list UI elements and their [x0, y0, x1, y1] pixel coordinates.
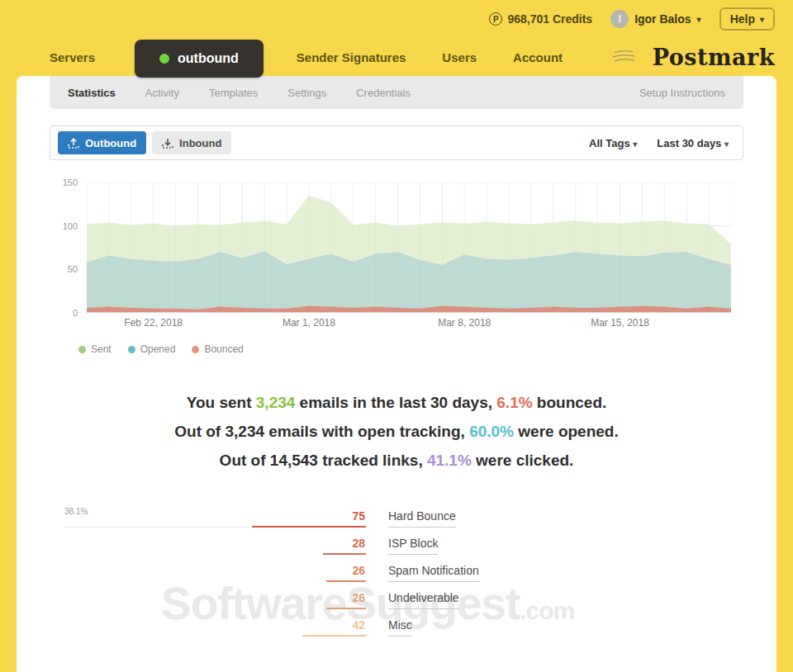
subnav-item-setup-instructions[interactable]: Setup Instructions: [639, 87, 725, 99]
outbound-icon: [68, 138, 79, 149]
x-axis-tick: Mar 1, 2018: [268, 317, 350, 329]
bounce-type-link-hard-bounce[interactable]: Hard Bounce: [388, 509, 456, 528]
outbound-toggle-label: Outbound: [85, 137, 136, 149]
subnav-item-statistics[interactable]: Statistics: [68, 87, 116, 99]
stats-summary: You sent 3,234 emails in the last 30 day…: [50, 388, 743, 475]
statistics-content: Outbound Inbound All Tags ▾ Last 30 days: [17, 109, 776, 637]
legend-label: Opened: [140, 343, 176, 355]
chart-toolbar: Outbound Inbound All Tags ▾ Last 30 days: [50, 125, 743, 160]
subnav-item-templates[interactable]: Templates: [209, 87, 258, 99]
bounce-row: 28ISP Block: [50, 533, 743, 555]
summary-text: were opened.: [514, 423, 619, 440]
nav-item-account[interactable]: Account: [513, 50, 563, 64]
bounce-count: 75: [352, 509, 365, 523]
credits-indicator[interactable]: P 968,701 Credits: [489, 12, 592, 26]
bounce-label-column: Hard Bounce: [388, 509, 456, 528]
summary-highlight: 6.1%: [496, 394, 532, 411]
date-range-dropdown[interactable]: Last 30 days ▾: [657, 137, 729, 149]
nav-item-servers[interactable]: Servers: [50, 50, 95, 64]
bounce-row: 26Spam Notification: [50, 561, 743, 582]
summary-line: Out of 3,234 emails with open tracking, …: [50, 417, 743, 446]
help-label: Help: [730, 12, 755, 26]
summary-line: Out of 14,543 tracked links, 41.1% were …: [50, 446, 743, 475]
date-range-value: Last 30 days: [657, 137, 721, 149]
legend-dot-icon: [192, 346, 199, 353]
bounce-bar: [326, 608, 366, 609]
x-axis-tick: Feb 22, 2018: [112, 317, 195, 329]
bounce-row: 26Undeliverable: [50, 588, 743, 609]
y-axis-tick: 150: [50, 177, 78, 187]
y-axis-tick: 0: [50, 308, 78, 318]
outbound-toggle-button[interactable]: Outbound: [58, 131, 146, 154]
bounce-count: 28: [352, 537, 365, 550]
bounce-track-line: [64, 527, 249, 528]
subnav-item-settings[interactable]: Settings: [287, 87, 326, 99]
bounce-label-column: Undeliverable: [388, 590, 459, 609]
credits-label: 968,701 Credits: [507, 12, 592, 26]
chevron-down-icon: ▾: [724, 140, 729, 149]
chevron-down-icon: ▾: [633, 140, 637, 149]
avatar: I: [610, 10, 629, 28]
x-axis-labels: Feb 22, 2018Mar 1, 2018Mar 8, 2018Mar 15…: [87, 317, 743, 332]
summary-text: were clicked.: [472, 452, 574, 469]
bounce-type-link-spam-notification[interactable]: Spam Notification: [388, 564, 479, 582]
tags-filter-dropdown[interactable]: All Tags ▾: [589, 137, 637, 149]
legend-dot-icon: [128, 346, 135, 353]
bounce-bar: [323, 553, 366, 555]
inbound-icon: [162, 138, 173, 149]
bounce-bar-area: 42: [50, 615, 366, 637]
summary-text: Out of 3,234 emails with open tracking,: [174, 423, 469, 440]
help-button[interactable]: Help ▾: [719, 7, 775, 31]
bounce-type-link-misc[interactable]: Misc: [388, 618, 412, 637]
y-axis-tick: 50: [50, 264, 78, 274]
bounce-count: 26: [352, 564, 365, 577]
main-nav: Servers outbound Sender Signatures Users…: [0, 38, 793, 76]
summary-line: You sent 3,234 emails in the last 30 day…: [50, 388, 743, 417]
user-name: Igor Balos: [634, 12, 691, 26]
x-axis-tick: Mar 8, 2018: [423, 317, 506, 329]
chart-legend: SentOpenedBounced: [78, 343, 743, 355]
bounce-label-column: ISP Block: [388, 536, 438, 555]
chevron-down-icon: ▾: [697, 15, 701, 24]
legend-item-sent: Sent: [78, 343, 112, 355]
bounce-bar-area: 26: [50, 588, 366, 609]
bounce-breakdown-chart: SoftwareSuggest.com 38.1%75Hard Bounce28…: [50, 506, 743, 637]
y-axis-tick: 100: [50, 221, 78, 231]
email-volume-chart: Feb 22, 2018Mar 1, 2018Mar 8, 2018Mar 15…: [50, 182, 743, 332]
summary-text: bounced.: [533, 394, 607, 411]
bounce-count: 26: [352, 591, 365, 604]
summary-highlight: 3,234: [256, 394, 296, 411]
x-axis-tick: Mar 15, 2018: [579, 317, 662, 329]
bounce-count: 42: [352, 618, 365, 632]
subnav-item-credentials[interactable]: Credentials: [356, 87, 411, 99]
bounce-bar: [302, 635, 366, 637]
legend-label: Sent: [91, 343, 112, 355]
legend-item-bounced: Bounced: [192, 343, 243, 355]
bounce-percent-label: 38.1%: [64, 507, 88, 516]
bounce-bar: [326, 580, 366, 582]
bounce-type-link-undeliverable[interactable]: Undeliverable: [388, 591, 459, 609]
postmark-logo[interactable]: Postmark: [611, 45, 775, 70]
summary-text: emails in the last 30 days,: [295, 394, 496, 411]
user-menu[interactable]: I Igor Balos ▾: [610, 10, 701, 28]
nav-item-users[interactable]: Users: [442, 50, 477, 64]
legend-dot-icon: [78, 346, 86, 353]
inbound-toggle-label: Inbound: [179, 137, 221, 149]
account-topbar: P 968,701 Credits I Igor Balos ▾ Help ▾: [0, 0, 793, 38]
nav-item-sender-signatures[interactable]: Sender Signatures: [297, 50, 406, 64]
server-name: outbound: [178, 51, 239, 66]
legend-item-opened: Opened: [128, 343, 176, 355]
legend-label: Bounced: [204, 343, 243, 355]
bounce-bar-area: 28: [50, 533, 366, 555]
bounce-type-link-isp-block[interactable]: ISP Block: [388, 537, 438, 555]
tags-filter-value: All Tags: [589, 137, 630, 149]
subnav-item-activity[interactable]: Activity: [145, 87, 179, 99]
bounce-row: 38.1%75Hard Bounce: [50, 506, 743, 528]
bounce-row: 42Misc: [50, 615, 743, 637]
active-server-tab[interactable]: outbound: [135, 40, 264, 78]
bounce-bar: [252, 526, 366, 528]
chevron-down-icon: ▾: [760, 15, 764, 24]
inbound-toggle-button[interactable]: Inbound: [152, 131, 231, 154]
logo-text: Postmark: [653, 45, 775, 70]
bounce-bar-area: 38.1%75: [50, 506, 366, 528]
